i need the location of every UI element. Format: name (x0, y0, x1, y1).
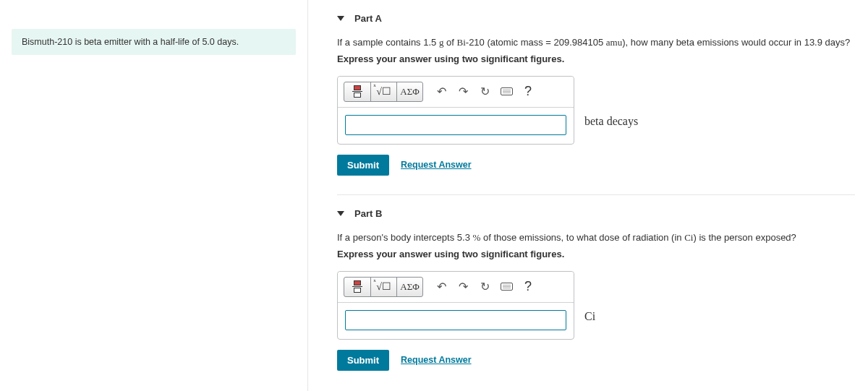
chevron-down-icon (337, 211, 344, 216)
part-b-instruction: Express your answer using two significan… (337, 249, 855, 259)
part-b-unit: Ci (584, 271, 595, 323)
greek-button[interactable]: ΑΣΦ (396, 82, 422, 101)
help-button[interactable]: ? (517, 278, 539, 296)
part-a-label: Part A (354, 13, 382, 24)
keyboard-icon (501, 283, 513, 291)
fraction-button[interactable] (344, 278, 370, 296)
fraction-icon (352, 85, 362, 98)
greek-label: ΑΣΦ (400, 86, 419, 98)
part-b-answer-input[interactable] (345, 310, 566, 330)
reset-button[interactable]: ↻ (474, 82, 495, 101)
keyboard-button[interactable] (495, 278, 517, 296)
part-a-input-box: x√☐ ΑΣΦ ↶ ↷ ↻ ? (337, 76, 574, 145)
keyboard-button[interactable] (495, 82, 517, 101)
part-a-submit-button[interactable]: Submit (337, 155, 389, 176)
fraction-icon (352, 280, 362, 293)
part-a-question: If a sample contains 1.5 g of Bi-210 (at… (337, 35, 855, 51)
redo-button[interactable]: ↷ (452, 278, 474, 296)
part-a-instruction: Express your answer using two significan… (337, 53, 855, 64)
problem-prompt: Bismuth-210 is beta emitter with a half-… (12, 29, 296, 55)
greek-button[interactable]: ΑΣΦ (396, 278, 422, 296)
part-a-answer-input[interactable] (345, 115, 566, 135)
help-button[interactable]: ? (517, 82, 539, 101)
redo-button[interactable]: ↷ (452, 82, 474, 101)
part-a-header[interactable]: Part A (337, 0, 855, 31)
keyboard-icon (501, 87, 513, 95)
root-icon: x√☐ (376, 280, 391, 293)
part-a-request-answer[interactable]: Request Answer (401, 160, 471, 170)
part-b-label: Part B (354, 208, 382, 219)
part-a-unit: beta decays (584, 76, 638, 128)
root-icon: x√☐ (376, 85, 391, 98)
root-button[interactable]: x√☐ (370, 278, 396, 296)
chevron-down-icon (337, 16, 344, 21)
greek-label: ΑΣΦ (400, 281, 419, 293)
part-b-input-box: x√☐ ΑΣΦ ↶ ↷ ↻ ? (337, 271, 574, 340)
part-b-question: If a person's body intercepts 5.3 % of t… (337, 231, 855, 246)
undo-button[interactable]: ↶ (430, 82, 452, 101)
fraction-button[interactable] (344, 82, 370, 101)
part-b-submit-button[interactable]: Submit (337, 350, 389, 371)
undo-button[interactable]: ↶ (430, 278, 452, 296)
part-b-request-answer[interactable]: Request Answer (401, 355, 471, 365)
root-button[interactable]: x√☐ (370, 82, 396, 101)
reset-button[interactable]: ↻ (474, 278, 495, 296)
part-b-header[interactable]: Part B (337, 195, 855, 226)
